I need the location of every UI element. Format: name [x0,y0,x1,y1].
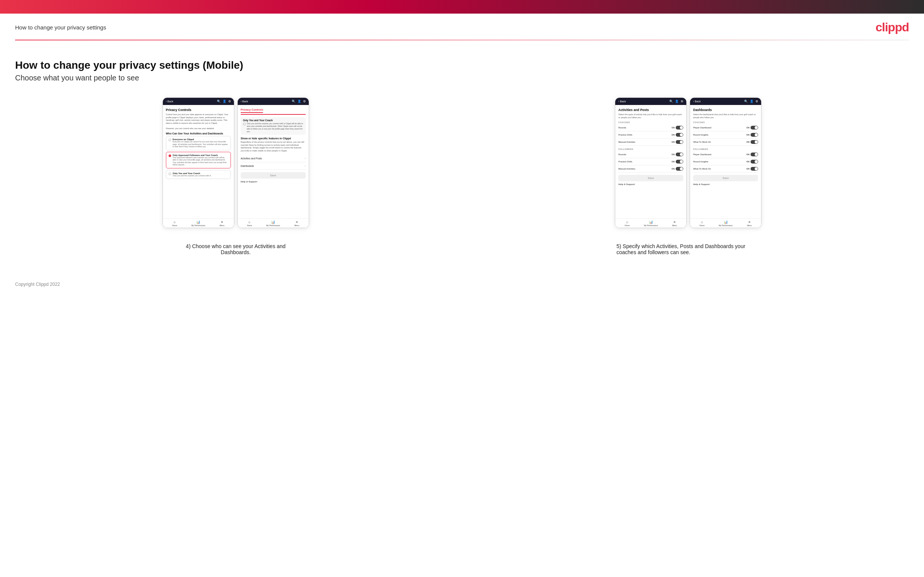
toggle-coaches-drills[interactable] [676,133,683,137]
screen2-bottom-nav: ⌂ Home 📊 My Performance ≡ Menu [238,218,309,228]
screen3-nav-menu[interactable]: ≡ Menu [663,220,687,227]
page-heading: How to change your privacy settings (Mob… [15,59,909,71]
screen3-followers-label: FOLLOWERS [618,148,683,150]
screen3-nav-home[interactable]: ⌂ Home [615,220,639,227]
screen4-coaches-player: Player Dashboard ON [693,124,758,131]
screen1-nav: ‹ Back 🔍 👤 ⚙ [163,98,234,105]
screen4-coaches-workOn: What To Work On ON [693,139,758,146]
screen4-title: Dashboards [693,108,758,112]
radio-everyone[interactable]: Everyone on Clippd Everyone on Clippd ca… [166,136,231,150]
screen4-nav-icons: 🔍 👤 ⚙ [744,100,758,103]
screen4-nav-menu[interactable]: ≡ Menu [738,220,761,227]
menu-icon: ≡ [221,220,223,224]
menu-icon3: ≡ [674,220,675,224]
screen3-followers-manual: Manual Activities ON [618,165,683,172]
screen2-back[interactable]: ‹ Back [241,100,248,103]
settings-icon4[interactable]: ⚙ [756,100,758,103]
home-icon3: ⌂ [626,220,628,224]
screen3-nav: ‹ Back 🔍 👤 ⚙ [615,98,686,105]
home-icon4: ⌂ [701,220,703,224]
screen4-coaches-roundinsights: Round Insights ON [693,131,758,139]
screen3-desc: Select the types of activity that you'd … [618,113,683,119]
search-icon4[interactable]: 🔍 [744,100,748,103]
screen3-back[interactable]: ‹ Back [618,100,626,103]
screen3-coaches-manual: Manual Activities ON [618,139,683,146]
screen1-nav-performance[interactable]: 📊 My Performance [186,220,210,227]
menu-icon2: ≡ [296,220,298,224]
screen3-save-btn[interactable]: Save [618,175,683,181]
toggle-coaches-manual[interactable] [676,140,683,144]
toggle-followers-workon[interactable] [751,167,758,171]
toggle-followers-drills[interactable] [676,160,683,163]
screen4-back[interactable]: ‹ Back [693,100,701,103]
performance-icon4: 📊 [724,220,728,224]
toggle-followers-player[interactable] [751,153,758,156]
screen2-nav-home[interactable]: ⌂ Home [238,220,262,227]
screen4-bottom-nav: ⌂ Home 📊 My Performance ≡ Menu [690,218,761,228]
logo: clippd [876,20,909,34]
search-icon2[interactable]: 🔍 [292,100,296,103]
screen4-help: Help & Support [693,183,758,185]
screen2-showhide-title: Show or hide specific features in Clippd [241,137,306,140]
performance-icon3: 📊 [649,220,653,224]
performance-icon: 📊 [196,220,200,224]
screen4-mock: ‹ Back 🔍 👤 ⚙ Dashboards Select the dashb… [690,97,761,228]
settings-icon2[interactable]: ⚙ [303,100,306,103]
screen2-nav-menu[interactable]: ≡ Menu [285,220,309,227]
screen4-nav-performance[interactable]: 📊 My Performance [714,220,738,227]
radio-everyone-text: Everyone on Clippd Everyone on Clippd ca… [173,138,228,148]
home-icon: ⌂ [173,220,175,224]
profile-icon4[interactable]: 👤 [750,100,754,103]
performance-icon2: 📊 [271,220,275,224]
group-left: ‹ Back 🔍 👤 ⚙ Privacy Controls Control ho… [15,97,457,255]
profile-icon[interactable]: 👤 [223,100,226,103]
toggle-followers-manual[interactable] [676,167,683,171]
screen3-nav-performance[interactable]: 📊 My Performance [639,220,663,227]
settings-icon3[interactable]: ⚙ [681,100,683,103]
toggle-coaches-player[interactable] [751,126,758,129]
screen3-bottom-nav: ⌂ Home 📊 My Performance ≡ Menu [615,218,686,228]
radio-everyone-circle [168,139,171,141]
screen1-nav-home[interactable]: ⌂ Home [163,220,187,227]
screen2-nav-performance[interactable]: 📊 My Performance [261,220,285,227]
home-icon2: ⌂ [248,220,250,224]
screen4-desc: Select the dashboards that you'd like to… [693,113,758,119]
profile-icon3[interactable]: 👤 [675,100,679,103]
screen2-activities-link[interactable]: Activities and Posts › [241,155,306,162]
screen2-nav: ‹ Back 🔍 👤 ⚙ [238,98,309,105]
screen2-dashboards-link[interactable]: Dashboards › [241,162,306,170]
mock-pair-right: ‹ Back 🔍 👤 ⚙ Activities and Posts Select… [615,97,761,235]
screen3-title: Activities and Posts [618,108,683,112]
profile-icon2[interactable]: 👤 [297,100,301,103]
screen3-followers-drills: Practice Drills ON [618,158,683,165]
screen1-back[interactable]: ‹ Back [166,100,173,103]
search-icon3[interactable]: 🔍 [669,100,673,103]
search-icon[interactable]: 🔍 [217,100,221,103]
radio-approved-text: Only Approved Followers and Your Coach O… [173,154,228,166]
main-content: How to change your privacy settings (Mob… [0,40,924,271]
toggle-coaches-rounds[interactable] [676,126,683,129]
radio-approved[interactable]: Only Approved Followers and Your Coach O… [166,152,231,168]
screen3-coaches-rounds: Rounds ON [618,124,683,131]
screen1-nav-menu[interactable]: ≡ Menu [210,220,234,227]
screen1-section: Who Can See Your Activities and Dashboar… [166,132,231,135]
toggle-coaches-roundinsights[interactable] [751,133,758,137]
screen2-tab-label[interactable]: Privacy Controls [241,108,263,113]
screen3-content: Activities and Posts Select the types of… [615,105,686,218]
radio-youandcoach-text: Only You and Your Coach Only you and the… [173,172,211,177]
caption-right: 5) Specify which Activities, Posts and D… [616,243,760,255]
screen4-content: Dashboards Select the dashboards that yo… [690,105,761,218]
screen4-followers-roundinsights: Round Insights ON [693,158,758,165]
toggle-coaches-workon[interactable] [751,140,758,144]
toggle-followers-roundinsights[interactable] [751,160,758,163]
screen4-followers-label: FOLLOWERS [693,148,758,150]
toggle-followers-rounds[interactable] [676,153,683,156]
screen4-nav-home[interactable]: ⌂ Home [690,220,714,227]
screen2-save-btn[interactable]: Save [241,172,306,179]
screen4-save-btn[interactable]: Save [693,175,758,181]
header: How to change your privacy settings clip… [0,14,924,40]
settings-icon[interactable]: ⚙ [228,100,231,103]
group-right: ‹ Back 🔍 👤 ⚙ Activities and Posts Select… [468,97,909,255]
radio-youandcoach[interactable]: Only You and Your Coach Only you and the… [166,170,231,179]
screen3-followers-rounds: Rounds ON [618,151,683,158]
